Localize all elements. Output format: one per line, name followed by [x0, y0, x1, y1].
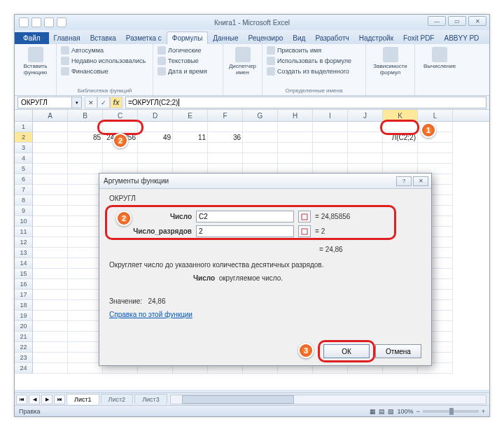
name-box[interactable]: ОКРУГЛ ▾	[18, 97, 82, 108]
cell[interactable]	[68, 248, 103, 258]
sheet-nav-first[interactable]: ⏮	[16, 395, 27, 404]
cell[interactable]	[68, 237, 103, 248]
cell[interactable]	[33, 248, 68, 258]
col-header-D[interactable]: D	[138, 110, 173, 121]
zoom-level[interactable]: 100%	[397, 408, 413, 415]
col-header-J[interactable]: J	[348, 110, 383, 121]
tab-addins[interactable]: Надстройк	[354, 32, 398, 44]
col-header-H[interactable]: H	[278, 110, 313, 121]
cell[interactable]	[313, 132, 348, 143]
row-header[interactable]: 18	[15, 300, 33, 311]
arg2-ref-button[interactable]	[298, 225, 311, 237]
col-header-B[interactable]: B	[68, 110, 103, 121]
formula-auditing-button[interactable]: Зависимости формул	[370, 45, 410, 78]
tab-layout[interactable]: Разметка с	[121, 32, 167, 44]
confirm-entry-button[interactable]: ✓	[97, 97, 110, 108]
cell[interactable]	[33, 237, 68, 248]
dialog-titlebar[interactable]: Аргументы функции ? ✕	[99, 174, 431, 189]
row-header[interactable]: 7	[15, 185, 33, 195]
minimize-button[interactable]: —	[428, 16, 446, 26]
row-header[interactable]: 5	[15, 164, 33, 174]
cell[interactable]	[313, 122, 348, 132]
cell[interactable]	[418, 143, 453, 153]
recent-button[interactable]: Недавно использовались	[61, 56, 148, 66]
cell[interactable]	[68, 279, 103, 290]
cell[interactable]	[243, 132, 278, 143]
cell[interactable]	[418, 132, 453, 143]
cell[interactable]	[173, 153, 208, 164]
row-header[interactable]: 21	[15, 332, 33, 342]
tab-insert[interactable]: Вставка	[85, 32, 121, 44]
row-header[interactable]: 19	[15, 311, 33, 321]
name-manager-button[interactable]: Диспетчер имен	[227, 45, 258, 78]
arg1-ref-button[interactable]	[298, 211, 311, 222]
cell[interactable]	[33, 258, 68, 269]
use-in-formula-button[interactable]: Использовать в формуле	[267, 56, 361, 66]
cell[interactable]	[68, 290, 103, 300]
cell[interactable]	[68, 174, 103, 185]
cell[interactable]	[103, 153, 138, 164]
function-help-link[interactable]: Справка по этой функции	[109, 311, 192, 318]
datetime-button[interactable]: Дата и время	[158, 66, 218, 76]
row-header[interactable]: 24	[15, 363, 33, 374]
cell[interactable]	[33, 353, 68, 363]
cell[interactable]	[418, 122, 453, 132]
close-button[interactable]: ✕	[468, 16, 486, 26]
row-header[interactable]: 10	[15, 216, 33, 227]
sheet-tab-1[interactable]: Лист1	[66, 394, 99, 404]
financial-button[interactable]: Финансовые	[61, 66, 148, 76]
col-header-A[interactable]: A	[33, 110, 68, 121]
cell[interactable]: 11	[173, 132, 208, 143]
cell[interactable]	[68, 153, 103, 164]
cell[interactable]	[383, 122, 418, 132]
tab-foxit[interactable]: Foxit PDF	[398, 32, 439, 44]
col-header-I[interactable]: I	[313, 110, 348, 121]
tab-home[interactable]: Главная	[49, 32, 85, 44]
cell[interactable]	[68, 353, 103, 363]
fx-button[interactable]: fx	[110, 97, 122, 108]
row-header[interactable]: 20	[15, 321, 33, 332]
cell[interactable]	[313, 153, 348, 164]
cell[interactable]	[348, 153, 383, 164]
row-header[interactable]: 3	[15, 143, 33, 153]
col-header-G[interactable]: G	[243, 110, 278, 121]
tab-data[interactable]: Данные	[208, 32, 243, 44]
cell[interactable]	[68, 321, 103, 332]
cell[interactable]	[173, 143, 208, 153]
cell[interactable]	[33, 300, 68, 311]
cell[interactable]	[68, 164, 103, 174]
text-button[interactable]: Текстовые	[158, 56, 218, 66]
tab-file[interactable]: Файл	[15, 32, 49, 44]
define-name-button[interactable]: Присвоить имя	[267, 45, 361, 55]
cell[interactable]	[68, 122, 103, 132]
row-header[interactable]: 9	[15, 206, 33, 216]
create-from-selection-button[interactable]: Создать из выделенного	[267, 66, 361, 76]
cell[interactable]	[348, 122, 383, 132]
sheet-nav-prev[interactable]: ◀	[29, 395, 40, 404]
cell[interactable]	[138, 143, 173, 153]
cell[interactable]	[208, 153, 243, 164]
cell[interactable]	[68, 216, 103, 227]
logical-button[interactable]: Логические	[158, 45, 218, 55]
cell[interactable]	[33, 279, 68, 290]
sheet-tab-3[interactable]: Лист3	[134, 394, 167, 404]
col-header-L[interactable]: L	[418, 110, 453, 121]
cell[interactable]	[418, 153, 453, 164]
arg1-input[interactable]	[196, 211, 294, 222]
cell[interactable]	[243, 122, 278, 132]
row-header[interactable]: 13	[15, 248, 33, 258]
cell[interactable]	[278, 132, 313, 143]
col-header-C[interactable]: C	[103, 110, 138, 121]
row-header[interactable]: 14	[15, 258, 33, 269]
tab-review[interactable]: Рецензиро	[243, 32, 288, 44]
maximize-button[interactable]: ▭	[448, 16, 466, 26]
cell[interactable]	[33, 132, 68, 143]
cell[interactable]	[33, 122, 68, 132]
insert-function-button[interactable]: Вставить функцию	[19, 45, 52, 78]
col-header-K[interactable]: K	[383, 110, 418, 121]
cell[interactable]	[33, 206, 68, 216]
cell[interactable]	[208, 143, 243, 153]
cell[interactable]	[33, 185, 68, 195]
cell[interactable]	[383, 153, 418, 164]
cell[interactable]	[278, 143, 313, 153]
